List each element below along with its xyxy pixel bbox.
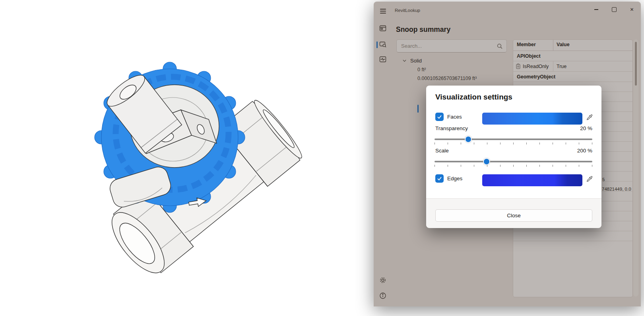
edges-color-bar[interactable] — [482, 174, 582, 186]
revit-3d-view[interactable] — [0, 0, 362, 316]
edges-checkbox[interactable] — [435, 174, 444, 183]
scale-slider-thumb[interactable] — [483, 158, 490, 165]
transparency-value: 20 % — [561, 125, 592, 131]
edges-label: Edges — [447, 176, 462, 181]
visualization-settings-dialog: Visualization settings Faces Transparenc… — [426, 86, 601, 228]
screen: RevitLookup ✕ — [0, 0, 644, 316]
transparency-slider-thumb[interactable] — [465, 136, 472, 143]
close-dialog-button[interactable]: Close — [435, 209, 592, 222]
revitlookup-window: RevitLookup ✕ — [374, 2, 641, 306]
transparency-slider-track[interactable] — [435, 138, 592, 140]
transparency-label: Transparency — [435, 125, 468, 131]
checkmark-icon — [436, 114, 442, 120]
faces-eyedropper-icon[interactable] — [586, 114, 593, 121]
scale-slider-ticks — [435, 165, 593, 167]
dialog-footer: Close — [426, 198, 601, 228]
scale-value: 200 % — [561, 148, 592, 154]
checkmark-icon — [436, 176, 442, 181]
scale-slider-track[interactable] — [435, 161, 592, 162]
edges-eyedropper-icon[interactable] — [586, 176, 593, 183]
faces-color-bar[interactable] — [482, 113, 582, 125]
faces-checkbox[interactable] — [435, 113, 444, 121]
dialog-title: Visualization settings — [435, 93, 512, 101]
transparency-slider-ticks — [435, 142, 593, 144]
faces-label: Faces — [447, 114, 462, 120]
scale-label: Scale — [435, 148, 449, 154]
